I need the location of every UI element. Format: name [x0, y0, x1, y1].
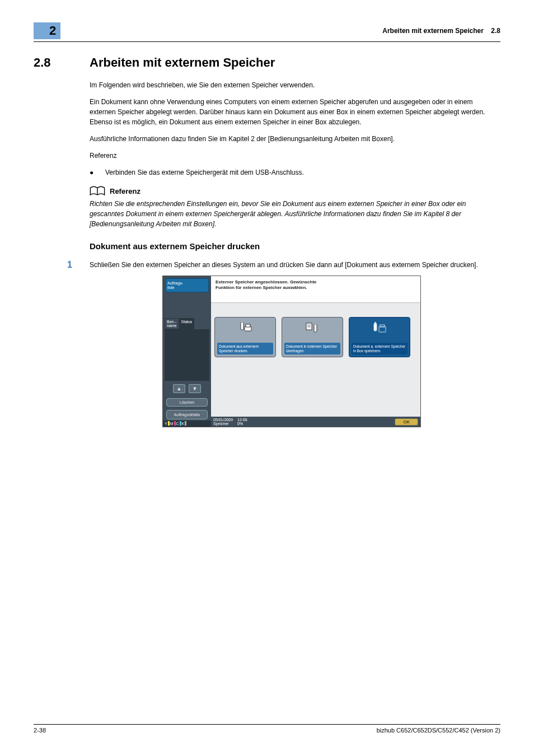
func-save-to-box[interactable]: Dokument a. externem Speicher in Box spe… [349, 317, 410, 357]
func-label-3: Dokument a. externem Speicher in Box spe… [352, 343, 407, 355]
scroll-up-button[interactable]: ▲ [173, 384, 185, 393]
page-number: 2-38 [34, 727, 46, 734]
screenshot-main: Externer Speicher angeschlossen. Gewünsc… [211, 276, 420, 427]
subsection-title: Dokument aus externem Speicher drucken [90, 241, 495, 251]
job-list-area [165, 329, 209, 381]
doc-to-usb-icon [305, 320, 320, 334]
section-title: Arbeiten mit externem Speicher [90, 55, 275, 70]
paragraph-2: Ein Dokument kann ohne Verwendung eines … [90, 97, 495, 127]
status-time: 12:08 [237, 418, 247, 422]
page-footer: 2-38 bizhub C652/C652DS/C552/C452 (Versi… [34, 724, 500, 734]
reference-box-label: Referenz [110, 187, 140, 195]
tab-status[interactable]: Status [179, 318, 195, 329]
device-screenshot: Auftrags- liste Ben.- name Status ▲ ▼ Lö… [162, 276, 421, 427]
model-info: bizhub C652/C652DS/C552/C452 (Version 2) [377, 727, 500, 734]
bullet-marker: ● [90, 167, 105, 178]
status-memory-label: Speicher [213, 422, 233, 426]
ok-button[interactable]: OK [395, 418, 418, 426]
usb-to-box-icon [372, 320, 387, 334]
reference-label: Referenz [90, 151, 495, 161]
header-title: Arbeiten mit externem Speicher 2.8 [382, 27, 500, 35]
section-heading: 2.8 Arbeiten mit externem Speicher [34, 55, 500, 70]
status-bar: 05/01/2009 Speicher 12:08 0% OK [211, 417, 420, 427]
page-header: 2 Arbeiten mit externem Speicher 2.8 [34, 22, 500, 42]
usb-print-icon [237, 320, 253, 334]
tab-username[interactable]: Ben.- name [165, 318, 179, 329]
status-date: 05/01/2009 [213, 418, 233, 422]
svg-rect-9 [314, 324, 317, 332]
func-label-2: Dokument in externen Speicher übertragen… [284, 343, 340, 355]
svg-rect-1 [241, 322, 243, 330]
bullet-text: Verbinden Sie das externe Speichergerät … [105, 167, 304, 178]
job-details-button[interactable]: Auftragsdetails [166, 410, 208, 419]
func-print-from-external[interactable]: Dokument aus externem Speicher drucken. [214, 317, 276, 357]
chapter-badge: 2 [34, 22, 60, 39]
delete-button[interactable]: Löschen [166, 398, 208, 407]
svg-rect-11 [374, 323, 377, 331]
screenshot-sidebar: Auftrags- liste Ben.- name Status ▲ ▼ Lö… [163, 276, 211, 427]
svg-rect-5 [306, 323, 312, 330]
func-label-1: Dokument aus externem Speicher drucken. [217, 343, 273, 355]
reference-box-header: Referenz [90, 185, 495, 197]
step-text: Schließen Sie den externen Speicher an d… [90, 260, 500, 270]
svg-rect-2 [241, 321, 243, 323]
step-number: 1 [67, 260, 90, 270]
main-headline: Externer Speicher angeschlossen. Gewünsc… [211, 276, 420, 303]
jobs-list-button[interactable]: Auftrags- liste [165, 278, 209, 292]
svg-rect-12 [374, 322, 376, 324]
scroll-down-button[interactable]: ▼ [189, 384, 201, 393]
book-icon [90, 185, 105, 197]
reference-box-text: Richten Sie die entsprechenden Einstellu… [90, 199, 495, 229]
status-memory-value: 0% [237, 422, 247, 426]
section-number: 2.8 [34, 55, 90, 70]
svg-rect-10 [315, 323, 316, 325]
toner-levels: Y M C K [163, 421, 211, 427]
svg-rect-4 [246, 324, 250, 327]
func-save-to-external[interactable]: Dokument in externen Speicher übertragen… [282, 317, 343, 357]
bullet-item: ● Verbinden Sie das externe Speichergerä… [90, 167, 495, 178]
paragraph-3: Ausführliche Informationen dazu finden S… [90, 134, 495, 144]
intro-paragraph: Im Folgenden wird beschrieben, wie Sie d… [90, 80, 495, 90]
